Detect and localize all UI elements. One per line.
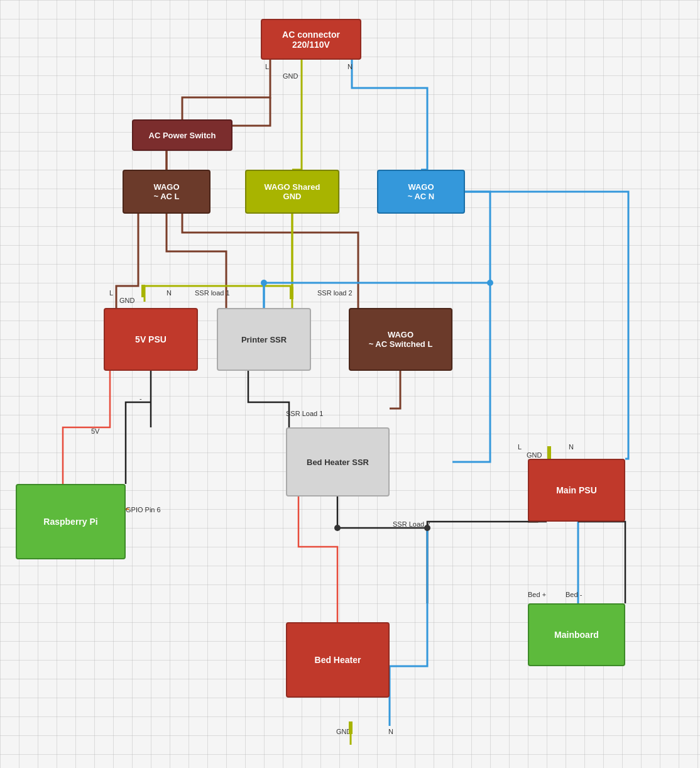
wago-ac-n-node: WAGO~ AC N: [377, 170, 465, 214]
bed-heater-ssr-node: Bed Heater SSR: [286, 427, 390, 496]
label-bed-minus: Bed -: [566, 591, 582, 598]
label-minus1: -: [139, 395, 142, 402]
label-ssr-load1-mid: SSR Load 1: [286, 410, 323, 417]
ac-connector-node: AC connector 220/110V: [261, 19, 361, 60]
svg-point-5: [261, 280, 267, 286]
label-gpio: GPIO Pin 6: [126, 506, 161, 513]
gnd-marker-3: [547, 446, 551, 459]
label-bed-plus: Bed +: [528, 591, 546, 598]
mainboard-node: Mainboard: [528, 603, 625, 666]
diagram: AC connector 220/110V AC Power Switch WA…: [0, 0, 700, 768]
psu-5v-node: 5V PSU: [104, 308, 198, 371]
label-gnd1: GND: [283, 72, 298, 80]
wago-switched-node: WAGO~ AC Switched L: [349, 308, 452, 371]
wago-ac-l-node: WAGO~ AC L: [123, 170, 211, 214]
label-n-bottom: N: [388, 728, 393, 735]
raspberry-pi-node: Raspberry Pi: [16, 484, 126, 559]
label-n2: N: [167, 289, 172, 297]
label-ssr-load2-mid: SSR Load 2: [393, 520, 430, 528]
gnd-marker-2: [141, 285, 145, 297]
ac-power-switch-node: AC Power Switch: [132, 119, 232, 151]
label-gnd2: GND: [119, 297, 134, 304]
label-gnd3: GND: [527, 451, 542, 459]
label-n1: N: [347, 63, 353, 70]
label-n3: N: [569, 443, 574, 451]
label-5v: 5V: [91, 427, 99, 435]
label-l3: L: [518, 443, 522, 451]
gnd-marker-1: [290, 287, 293, 299]
label-ssr-load1: SSR load 1: [195, 289, 230, 297]
main-psu-node: Main PSU: [528, 459, 625, 522]
bed-heater-node: Bed Heater: [286, 622, 390, 698]
label-ssr-load2: SSR load 2: [317, 289, 353, 297]
gnd-marker-4: [349, 721, 353, 734]
label-l1: L: [265, 63, 269, 70]
printer-ssr-node: Printer SSR: [217, 308, 311, 371]
svg-point-4: [487, 280, 493, 286]
wago-gnd-node: WAGO SharedGND: [245, 170, 339, 214]
label-l2: L: [109, 289, 113, 297]
svg-point-7: [334, 525, 341, 531]
